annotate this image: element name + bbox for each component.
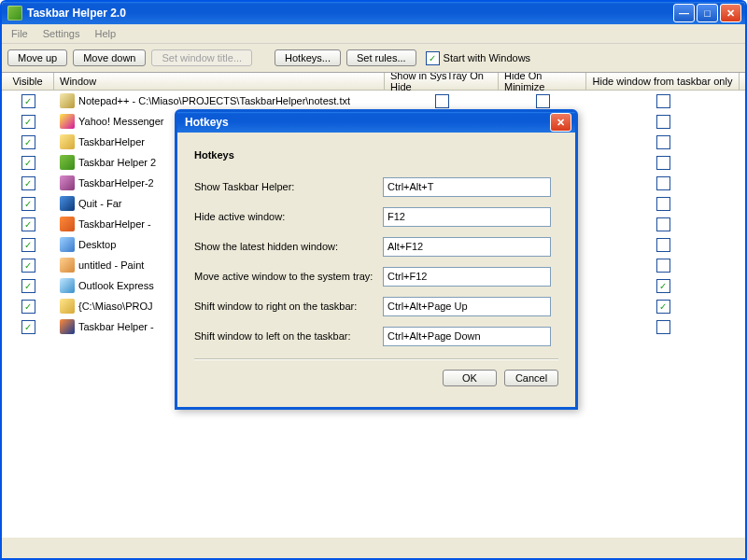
dialog-title: Hotkeys: [185, 116, 550, 129]
app-row-icon: [60, 237, 75, 252]
dialog-caption: Hotkeys: [194, 149, 558, 161]
start-windows-checkbox[interactable]: ✓: [426, 51, 440, 65]
dialog-titlebar[interactable]: Hotkeys ✕: [177, 112, 575, 133]
hotkey-row: Show Taskbar Helper:: [194, 172, 558, 202]
app-row-icon: [60, 299, 75, 314]
menubar: File Settings Help: [2, 24, 745, 44]
app-icon: [7, 6, 22, 21]
window-name: Quit - Far: [78, 198, 121, 209]
hotkey-label: Hide active window:: [194, 211, 383, 222]
window-name: TaskbarHelper -: [78, 218, 151, 230]
hotkey-row: Shift window to left on the taskbar:: [194, 321, 558, 351]
set-title-button: Set window title...: [151, 49, 252, 66]
app-row-icon: [60, 278, 75, 293]
systray-checkbox[interactable]: [435, 94, 449, 108]
window-name: Yahoo! Messenger: [78, 116, 164, 127]
hotkeys-dialog: Hotkeys ✕ Hotkeys Show Taskbar Helper:Hi…: [175, 109, 578, 410]
hotkey-input[interactable]: [383, 327, 551, 346]
hide-taskbar-checkbox[interactable]: ✓: [656, 279, 670, 293]
window-name: untitled - Paint: [78, 259, 144, 271]
hide-taskbar-checkbox[interactable]: [656, 176, 670, 190]
hide-taskbar-checkbox[interactable]: [656, 217, 670, 231]
hide-taskbar-checkbox[interactable]: [656, 156, 670, 170]
app-row-icon: [60, 258, 75, 273]
menu-help[interactable]: Help: [87, 26, 123, 41]
col-hide-min[interactable]: Hide On Minimize: [499, 73, 586, 90]
visible-checkbox[interactable]: ✓: [21, 156, 35, 170]
toolbar: Move up Move down Set window title... Ho…: [2, 44, 745, 72]
window-controls: — □ ✕: [673, 4, 741, 22]
hotkey-label: Show Taskbar Helper:: [194, 181, 383, 192]
hotkey-input[interactable]: [383, 297, 551, 316]
window-name: TaskbarHelper-2: [78, 177, 154, 189]
dialog-body: Hotkeys Show Taskbar Helper:Hide active …: [177, 133, 575, 396]
separator: [194, 358, 558, 360]
hide-taskbar-checkbox[interactable]: [656, 135, 670, 149]
visible-checkbox[interactable]: ✓: [21, 197, 35, 211]
window-name: Taskbar Helper -: [78, 321, 154, 332]
hide-taskbar-checkbox[interactable]: [656, 115, 670, 129]
dialog-close-button[interactable]: ✕: [550, 113, 571, 132]
cancel-button[interactable]: Cancel: [504, 370, 558, 386]
window-name: Notepad++ - C:\Miaso\PROJECTS\TaskbarHel…: [78, 95, 350, 106]
start-windows-option[interactable]: ✓ Start with Windows: [426, 51, 531, 65]
col-systray[interactable]: Show in SysTray On Hide: [385, 73, 499, 90]
titlebar[interactable]: Taskbar Helper 2.0 — □ ✕: [2, 2, 745, 24]
minimize-button[interactable]: —: [673, 4, 695, 22]
visible-checkbox[interactable]: ✓: [21, 176, 35, 190]
app-row-icon: [60, 196, 75, 211]
visible-checkbox[interactable]: ✓: [21, 238, 35, 252]
window-name: Desktop: [78, 239, 116, 250]
hide-taskbar-checkbox[interactable]: [656, 320, 670, 334]
window-name: TaskbarHelper: [78, 136, 145, 147]
hotkey-input[interactable]: [383, 237, 551, 257]
visible-checkbox[interactable]: ✓: [21, 300, 35, 314]
app-row-icon: [60, 175, 75, 190]
app-row-icon: [60, 114, 75, 129]
set-rules-button[interactable]: Set rules...: [346, 49, 416, 66]
visible-checkbox[interactable]: ✓: [21, 135, 35, 149]
app-row-icon: [60, 319, 75, 334]
hide-taskbar-checkbox[interactable]: ✓: [656, 300, 670, 314]
window-name: Taskbar Helper 2: [78, 157, 156, 168]
hotkey-row: Move active window to the system tray:: [194, 261, 558, 291]
window-name: {C:\Miaso\PROJ: [78, 301, 152, 312]
visible-checkbox[interactable]: ✓: [21, 279, 35, 293]
visible-checkbox[interactable]: ✓: [21, 115, 35, 129]
hotkey-row: Hide active window:: [194, 202, 558, 231]
window-title: Taskbar Helper 2.0: [27, 7, 673, 20]
hotkey-input[interactable]: [383, 267, 551, 287]
col-visible[interactable]: Visible: [2, 73, 54, 90]
hotkey-row: Shift window to right on the taskbar:: [194, 291, 558, 321]
move-down-button[interactable]: Move down: [73, 49, 146, 66]
table-row[interactable]: ✓Notepad++ - C:\Miaso\PROJECTS\TaskbarHe…: [2, 91, 745, 111]
move-up-button[interactable]: Move up: [7, 49, 67, 66]
start-windows-label: Start with Windows: [444, 52, 531, 63]
maximize-button[interactable]: □: [697, 4, 718, 22]
hotkey-label: Move active window to the system tray:: [194, 271, 383, 282]
app-row-icon: [60, 134, 75, 149]
hotkey-input[interactable]: [383, 177, 551, 197]
hotkeys-button[interactable]: Hotkeys...: [275, 49, 341, 66]
hide-taskbar-checkbox[interactable]: [656, 238, 670, 252]
hide-min-checkbox[interactable]: [536, 94, 550, 108]
menu-file[interactable]: File: [4, 26, 35, 41]
menu-settings[interactable]: Settings: [35, 26, 88, 41]
visible-checkbox[interactable]: ✓: [21, 259, 35, 273]
hide-taskbar-checkbox[interactable]: [656, 197, 670, 211]
window-name: Outlook Express: [78, 280, 154, 291]
hotkey-label: Shift window to left on the taskbar:: [194, 330, 383, 342]
col-window[interactable]: Window: [54, 73, 385, 90]
app-row-icon: [60, 155, 75, 170]
ok-button[interactable]: OK: [443, 370, 497, 386]
visible-checkbox[interactable]: ✓: [21, 320, 35, 334]
hotkey-label: Show the latest hidden window:: [194, 241, 383, 252]
visible-checkbox[interactable]: ✓: [21, 94, 35, 108]
hotkey-input[interactable]: [383, 207, 551, 227]
close-button[interactable]: ✕: [720, 4, 741, 22]
hide-taskbar-checkbox[interactable]: [656, 94, 670, 108]
app-row-icon: [60, 217, 75, 231]
col-hide-taskbar[interactable]: Hide window from taskbar only: [586, 73, 740, 90]
visible-checkbox[interactable]: ✓: [21, 217, 35, 231]
hide-taskbar-checkbox[interactable]: [656, 259, 670, 273]
